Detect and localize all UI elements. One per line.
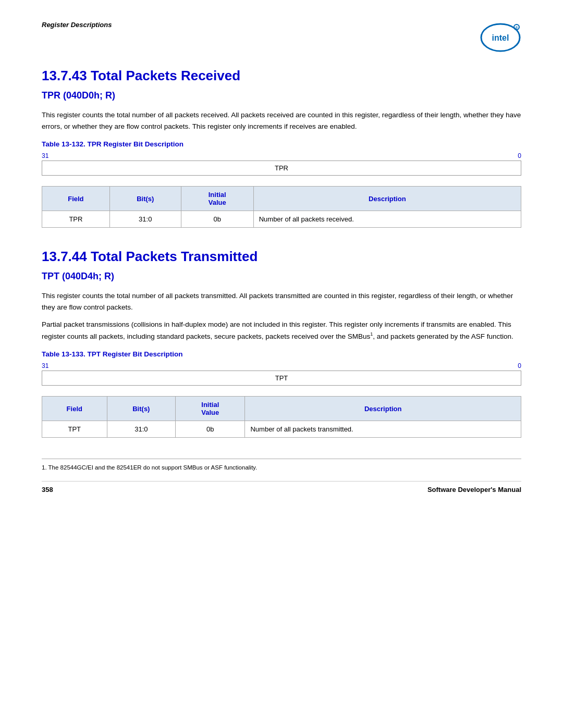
- cell-bits: 31:0: [107, 421, 176, 438]
- section-43: 13.7.43 Total Packets Received TPR (040D…: [42, 68, 521, 228]
- intel-logo: intel ®: [480, 21, 521, 52]
- header-section-label: Register Descriptions: [42, 21, 112, 29]
- th-field: Field: [42, 187, 110, 211]
- section-44-body1: This register counts the total number of…: [42, 290, 521, 313]
- cell-description: Number of all packets received.: [253, 211, 521, 228]
- footer-doc-title: Software Developer's Manual: [427, 486, 521, 493]
- table-row: TPR 31:0 0b Number of all packets receiv…: [42, 211, 521, 228]
- cell-initial: 0b: [181, 211, 253, 228]
- svg-text:intel: intel: [492, 33, 509, 42]
- section-43-bit-low: 0: [518, 152, 521, 159]
- footnote-body: The 82544GC/EI and the 82541ER do not su…: [48, 464, 258, 471]
- th-initial-value: Initial Value: [176, 397, 245, 421]
- table-header-row: Field Bit(s) Initial Value Description: [42, 187, 521, 211]
- footnote-number: 1.: [42, 464, 47, 471]
- section-44-heading: Total Packets Transmitted: [91, 249, 258, 264]
- table-row: TPT 31:0 0b Number of all packets transm…: [42, 421, 521, 438]
- section-44-table: Field Bit(s) Initial Value Description T…: [42, 396, 521, 438]
- section-44-bit-low: 0: [518, 362, 521, 369]
- section-44-bit-bar: TPT: [42, 371, 521, 386]
- table-header-row: Field Bit(s) Initial Value Description: [42, 397, 521, 421]
- page-footer: 358 Software Developer's Manual: [42, 481, 521, 493]
- th-bits: Bit(s): [107, 397, 176, 421]
- section-43-table: Field Bit(s) Initial Value Description T…: [42, 186, 521, 228]
- section-44-number: 13.7.44: [42, 249, 87, 264]
- section-43-subtitle: TPR (040D0h; R): [42, 90, 521, 101]
- section-44-table-title: Table 13-133. TPT Register Bit Descripti…: [42, 350, 521, 358]
- section-44-bit-high: 31: [42, 362, 48, 369]
- th-bits: Bit(s): [109, 187, 181, 211]
- section-43-body: This register counts the total number of…: [42, 109, 521, 132]
- cell-description: Number of all packets transmitted.: [245, 421, 521, 438]
- th-field: Field: [42, 397, 107, 421]
- section-44-body2-end: , and packets generated by the ASF funct…: [373, 332, 513, 340]
- footnote-section: 1. The 82544GC/EI and the 82541ER do not…: [42, 459, 521, 471]
- section-43-title: 13.7.43 Total Packets Received: [42, 68, 521, 84]
- section-44-subtitle: TPT (040D4h; R): [42, 271, 521, 282]
- section-43-bit-bar: TPR: [42, 161, 521, 176]
- section-43-bit-diagram: 31 0 TPR: [42, 152, 521, 176]
- cell-bits: 31:0: [109, 211, 181, 228]
- section-44: 13.7.44 Total Packets Transmitted TPT (0…: [42, 249, 521, 438]
- section-43-bit-labels: 31 0: [42, 152, 521, 159]
- page: Register Descriptions intel ® 13.7.43 To…: [0, 0, 563, 514]
- th-initial-value: Initial Value: [181, 187, 253, 211]
- footnote-text: 1. The 82544GC/EI and the 82541ER do not…: [42, 464, 521, 471]
- page-header: Register Descriptions intel ®: [42, 21, 521, 52]
- th-description: Description: [253, 187, 521, 211]
- th-description: Description: [245, 397, 521, 421]
- section-44-bit-diagram: 31 0 TPT: [42, 362, 521, 386]
- section-43-heading: Total Packets Received: [91, 68, 240, 83]
- section-44-bit-labels: 31 0: [42, 362, 521, 369]
- footer-page-number: 358: [42, 486, 53, 493]
- cell-field: TPT: [42, 421, 107, 438]
- section-43-number: 13.7.43: [42, 68, 87, 83]
- section-44-title: 13.7.44 Total Packets Transmitted: [42, 249, 521, 265]
- section-43-bit-high: 31: [42, 152, 48, 159]
- section-44-body2: Partial packet transmissions (collisions…: [42, 319, 521, 342]
- section-43-table-title: Table 13-132. TPR Register Bit Descripti…: [42, 140, 521, 148]
- svg-text:®: ®: [515, 26, 518, 30]
- cell-initial: 0b: [176, 421, 245, 438]
- cell-field: TPR: [42, 211, 110, 228]
